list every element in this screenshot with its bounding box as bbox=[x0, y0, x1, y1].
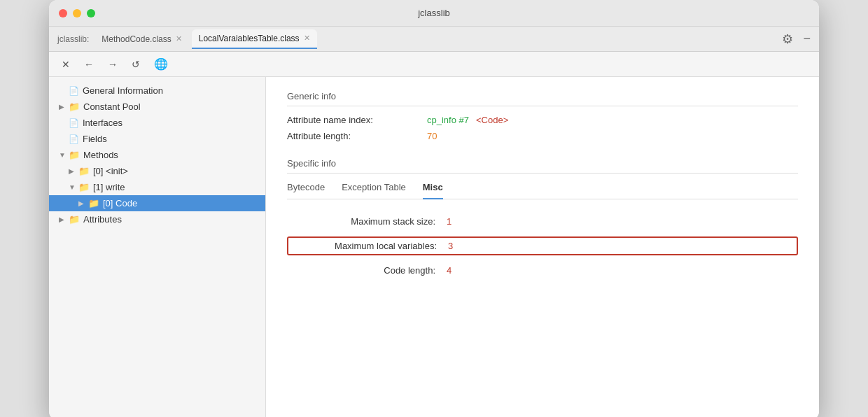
arrow-attributes: ▶ bbox=[59, 215, 69, 223]
tab-localvariables-close[interactable]: ✕ bbox=[304, 34, 310, 43]
file-icon-interfaces: 📄 bbox=[69, 118, 79, 128]
sidebar-label-methods: Methods bbox=[83, 150, 118, 160]
toolbar: ✕ ← → ↺ 🌐 bbox=[49, 52, 819, 77]
code-length-value: 4 bbox=[447, 265, 451, 276]
sidebar-label-constant-pool: Constant Pool bbox=[83, 101, 141, 112]
folder-icon-method-code: 📁 bbox=[88, 198, 99, 208]
max-stack-size-label: Maximum stack size: bbox=[293, 216, 447, 227]
arrow-interfaces bbox=[59, 119, 69, 127]
tab-localvariables[interactable]: LocalVaraiablesTable.class ✕ bbox=[192, 29, 317, 49]
sidebar-label-fields: Fields bbox=[83, 134, 107, 144]
browser-button[interactable]: 🌐 bbox=[151, 56, 171, 72]
file-icon-general-info: 📄 bbox=[69, 86, 79, 96]
folder-icon-methods: 📁 bbox=[69, 150, 80, 160]
misc-tabs-nav: Bytecode Exception Table Misc bbox=[287, 182, 798, 199]
arrow-constant-pool: ▶ bbox=[59, 103, 69, 111]
folder-icon-method-init: 📁 bbox=[78, 166, 90, 176]
arrow-method-init: ▶ bbox=[69, 167, 78, 175]
max-stack-size-value: 1 bbox=[447, 216, 451, 227]
tabs-row: jclasslib: MethodCode.class ✕ LocalVarai… bbox=[49, 27, 819, 52]
sidebar: 📄 General Information ▶ 📁 Constant Pool … bbox=[49, 77, 266, 417]
tab-misc[interactable]: Misc bbox=[423, 182, 443, 199]
close-button[interactable] bbox=[59, 9, 67, 17]
sidebar-item-general-info[interactable]: 📄 General Information bbox=[49, 83, 265, 99]
traffic-lights bbox=[59, 9, 95, 17]
refresh-button[interactable]: ↺ bbox=[129, 57, 143, 71]
forward-button[interactable]: → bbox=[105, 57, 120, 71]
sidebar-item-method-init[interactable]: ▶ 📁 [0] <init> bbox=[49, 163, 265, 179]
tab-localvariables-label: LocalVaraiablesTable.class bbox=[199, 34, 300, 43]
max-local-vars-value: 3 bbox=[448, 241, 453, 251]
specific-info-header: Specific info bbox=[287, 158, 798, 174]
sidebar-label-interfaces: Interfaces bbox=[83, 118, 122, 128]
main-window: jclasslib jclasslib: MethodCode.class ✕ … bbox=[49, 0, 819, 417]
folder-icon-method-write: 📁 bbox=[78, 182, 90, 192]
attr-name-index-row: Attribute name index: cp_info #7 <Code> bbox=[287, 115, 798, 125]
sidebar-item-method-write[interactable]: ▼ 📁 [1] write bbox=[49, 179, 265, 195]
back-button[interactable]: ← bbox=[81, 57, 97, 71]
file-icon-fields: 📄 bbox=[69, 134, 79, 144]
sidebar-label-attributes: Attributes bbox=[83, 214, 122, 225]
sidebar-label-method-write: [1] write bbox=[93, 182, 125, 192]
arrow-method-code: ▶ bbox=[78, 199, 88, 207]
sidebar-item-interfaces[interactable]: 📄 Interfaces bbox=[49, 115, 265, 131]
window-title: jclasslib bbox=[418, 8, 450, 18]
arrow-general-info bbox=[59, 87, 69, 94]
gear-icon[interactable]: ⚙ bbox=[782, 31, 793, 47]
sidebar-item-attributes[interactable]: ▶ 📁 Attributes bbox=[49, 211, 265, 227]
close-nav-button[interactable]: ✕ bbox=[59, 57, 73, 71]
attr-name-index-value-green: cp_info #7 bbox=[427, 115, 469, 125]
main-layout: 📄 General Information ▶ 📁 Constant Pool … bbox=[49, 77, 819, 417]
generic-info-header: Generic info bbox=[287, 91, 798, 106]
max-stack-size-row: Maximum stack size: 1 bbox=[287, 213, 798, 229]
sidebar-label-method-init: [0] <init> bbox=[93, 166, 128, 176]
arrow-fields bbox=[59, 135, 69, 143]
specific-info-section: Specific info Bytecode Exception Table M… bbox=[287, 158, 798, 278]
tab-exception-table[interactable]: Exception Table bbox=[342, 182, 406, 199]
tab-methodcode-close[interactable]: ✕ bbox=[176, 34, 182, 43]
attr-length-label: Attribute length: bbox=[287, 131, 427, 141]
attr-name-index-value-red: <Code> bbox=[476, 115, 508, 125]
sidebar-label-method-code: [0] Code bbox=[103, 198, 137, 208]
arrow-method-write: ▼ bbox=[69, 183, 78, 191]
sidebar-item-constant-pool[interactable]: ▶ 📁 Constant Pool bbox=[49, 99, 265, 115]
maximize-button[interactable] bbox=[87, 9, 95, 17]
tab-methodcode-label: MethodCode.class bbox=[102, 34, 171, 44]
tab-prefix: jclasslib: bbox=[57, 34, 89, 44]
sidebar-item-fields[interactable]: 📄 Fields bbox=[49, 131, 265, 147]
sidebar-item-method-code[interactable]: ▶ 📁 [0] Code bbox=[49, 195, 265, 211]
folder-icon-constant-pool: 📁 bbox=[69, 101, 80, 112]
minus-icon[interactable]: − bbox=[803, 31, 811, 46]
attr-name-index-label: Attribute name index: bbox=[287, 115, 427, 125]
content-pane: Generic info Attribute name index: cp_in… bbox=[266, 77, 819, 417]
arrow-methods: ▼ bbox=[59, 151, 69, 159]
max-local-vars-label: Maximum local variables: bbox=[294, 241, 448, 251]
attr-length-value: 70 bbox=[427, 131, 437, 141]
sidebar-item-methods[interactable]: ▼ 📁 Methods bbox=[49, 147, 265, 163]
tab-methodcode[interactable]: MethodCode.class ✕ bbox=[94, 29, 188, 49]
code-length-label: Code length: bbox=[293, 265, 447, 276]
folder-icon-attributes: 📁 bbox=[69, 214, 80, 225]
tab-bytecode[interactable]: Bytecode bbox=[287, 182, 325, 199]
titlebar: jclasslib bbox=[49, 0, 819, 27]
attr-length-row: Attribute length: 70 bbox=[287, 131, 798, 141]
minimize-button[interactable] bbox=[73, 9, 81, 17]
max-local-vars-row: Maximum local variables: 3 bbox=[287, 236, 798, 255]
tabs-bar: jclasslib: MethodCode.class ✕ LocalVarai… bbox=[49, 27, 819, 52]
sidebar-label-general-info: General Information bbox=[83, 85, 163, 96]
code-length-row: Code length: 4 bbox=[287, 262, 798, 278]
